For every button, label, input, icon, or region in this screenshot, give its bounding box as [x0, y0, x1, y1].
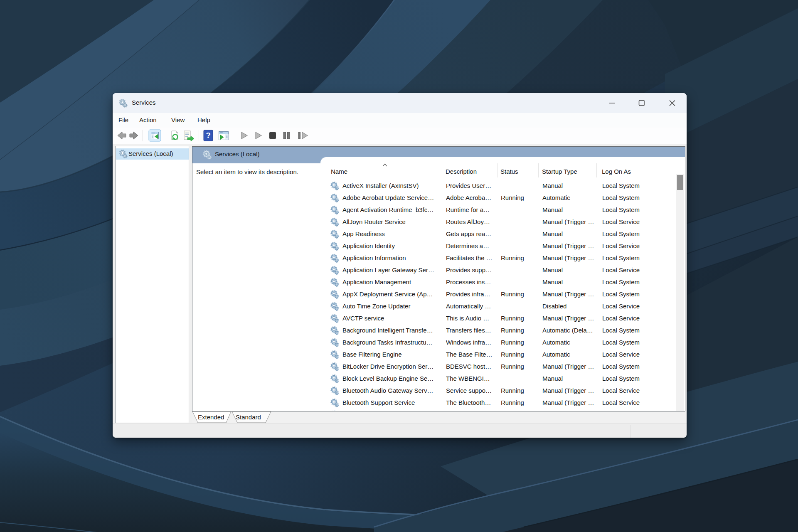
svg-text:Extended: Extended	[198, 414, 224, 421]
svg-text:?: ?	[206, 131, 211, 140]
svg-text:Standard: Standard	[236, 414, 261, 421]
